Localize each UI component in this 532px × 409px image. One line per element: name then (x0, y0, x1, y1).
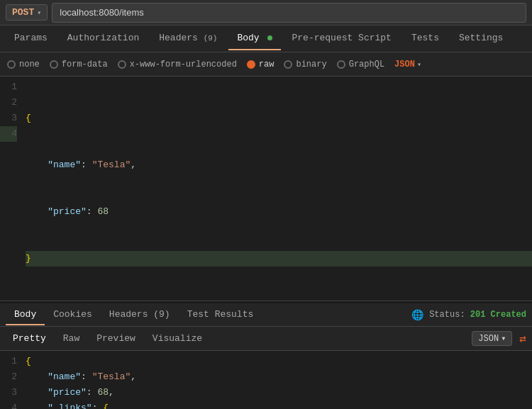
option-urlencoded[interactable]: x-www-form-urlencoded (118, 60, 237, 69)
format-chevron: ▾ (417, 60, 421, 69)
top-bar: POST ▾ (0, 0, 532, 26)
radio-raw (247, 60, 255, 69)
response-status-area: 🌐 Status: 201 Created (411, 309, 526, 321)
line-row: 4 "_links": { (0, 400, 532, 409)
line-row: 3 "price": 68, (0, 385, 532, 400)
response-body[interactable]: 1 { 2 "name": "Tesla", 3 "price": 68, 4 … (0, 351, 532, 409)
method-select[interactable]: POST ▾ (6, 4, 48, 21)
tab-params[interactable]: Params (6, 27, 56, 50)
globe-icon: 🌐 (411, 309, 423, 321)
radio-binary (284, 60, 292, 69)
line-row: 2 "name": "Tesla", (0, 369, 532, 385)
radio-urlencoded (118, 60, 126, 69)
response-format-dropdown[interactable]: JSON ▾ (472, 331, 512, 346)
response-tab-test-results[interactable]: Test Results (179, 305, 262, 325)
body-dot (267, 35, 272, 40)
request-tab-bar: Params Authorization Headers (9) Body Pr… (0, 26, 532, 52)
tab-body[interactable]: Body (228, 27, 280, 50)
request-editor[interactable]: 1 2 3 4 { "name": "Tesla", "price": 68 } (0, 77, 532, 301)
method-label: POST (12, 7, 34, 18)
option-none[interactable]: none (7, 60, 40, 69)
response-tab-bar: Body Cookies Headers (9) Test Results 🌐 … (0, 301, 532, 327)
response-sub-tabs: Pretty Raw Preview Visualize JSON ▾ ⇄ (0, 327, 532, 351)
status-text: Status: 201 Created (429, 310, 526, 320)
radio-form-data (50, 60, 58, 69)
method-chevron: ▾ (37, 9, 41, 17)
response-code-block: 1 { 2 "name": "Tesla", 3 "price": 68, 4 … (0, 351, 532, 409)
radio-graphql (337, 60, 345, 69)
request-line-numbers: 1 2 3 4 (0, 79, 26, 298)
tab-settings[interactable]: Settings (450, 27, 511, 50)
response-format-chevron: ▾ (501, 333, 506, 344)
wrap-icon[interactable]: ⇄ (519, 332, 526, 346)
status-code: 201 Created (470, 310, 526, 320)
tab-tests[interactable]: Tests (403, 27, 448, 50)
line-row: 1 { (0, 354, 532, 369)
request-code-content: { "name": "Tesla", "price": 68 } (26, 79, 532, 298)
tab-pre-request[interactable]: Pre-request Script (284, 27, 400, 50)
subtab-raw[interactable]: Raw (56, 329, 87, 348)
option-form-data[interactable]: form-data (50, 60, 108, 69)
subtab-pretty[interactable]: Pretty (6, 329, 53, 348)
option-binary[interactable]: binary (284, 60, 326, 69)
radio-none (7, 60, 16, 69)
subtab-visualize[interactable]: Visualize (145, 329, 209, 348)
body-options-bar: none form-data x-www-form-urlencoded raw… (0, 52, 532, 77)
response-tab-body[interactable]: Body (6, 305, 45, 325)
tab-headers[interactable]: Headers (9) (150, 27, 226, 50)
response-tab-headers[interactable]: Headers (9) (101, 305, 179, 325)
url-input[interactable] (52, 3, 526, 23)
format-dropdown[interactable]: JSON ▾ (394, 60, 421, 69)
option-raw[interactable]: raw (247, 60, 275, 69)
response-tab-cookies[interactable]: Cookies (45, 305, 101, 325)
option-graphql[interactable]: GraphQL (337, 60, 384, 69)
request-code-block: 1 2 3 4 { "name": "Tesla", "price": 68 } (0, 77, 532, 301)
headers-badge: (9) (204, 34, 218, 43)
subtab-preview[interactable]: Preview (89, 329, 143, 348)
tab-authorization[interactable]: Authorization (59, 27, 148, 50)
response-headers-badge: (9) (153, 309, 170, 320)
